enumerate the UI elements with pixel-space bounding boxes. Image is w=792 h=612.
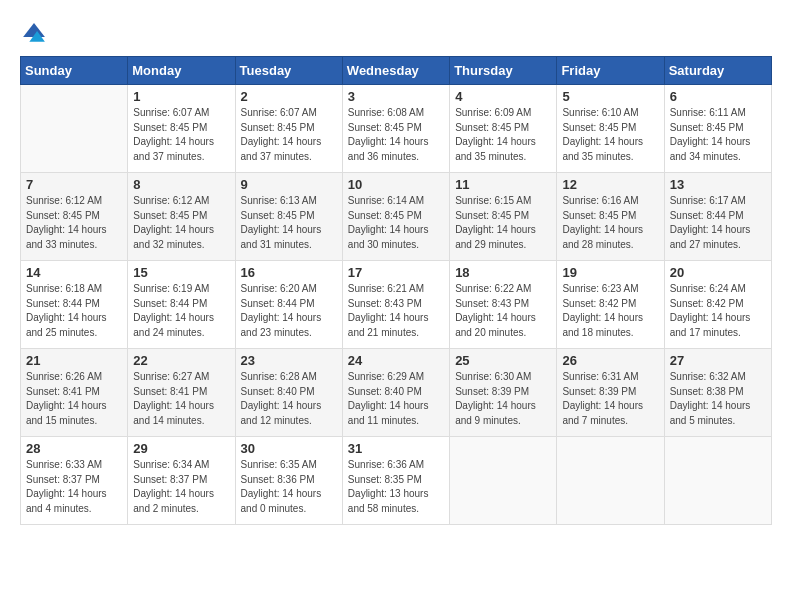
calendar-day-cell: 2Sunrise: 6:07 AMSunset: 8:45 PMDaylight… xyxy=(235,85,342,173)
day-info: Sunrise: 6:08 AMSunset: 8:45 PMDaylight:… xyxy=(348,106,444,164)
calendar-day-cell: 28Sunrise: 6:33 AMSunset: 8:37 PMDayligh… xyxy=(21,437,128,525)
day-number: 14 xyxy=(26,265,122,280)
calendar-day-cell: 26Sunrise: 6:31 AMSunset: 8:39 PMDayligh… xyxy=(557,349,664,437)
day-number: 26 xyxy=(562,353,658,368)
weekday-header-wednesday: Wednesday xyxy=(342,57,449,85)
calendar-day-cell: 23Sunrise: 6:28 AMSunset: 8:40 PMDayligh… xyxy=(235,349,342,437)
calendar-day-cell: 29Sunrise: 6:34 AMSunset: 8:37 PMDayligh… xyxy=(128,437,235,525)
day-number: 9 xyxy=(241,177,337,192)
calendar-day-cell: 17Sunrise: 6:21 AMSunset: 8:43 PMDayligh… xyxy=(342,261,449,349)
calendar-table: SundayMondayTuesdayWednesdayThursdayFrid… xyxy=(20,56,772,525)
day-info: Sunrise: 6:32 AMSunset: 8:38 PMDaylight:… xyxy=(670,370,766,428)
calendar-day-cell: 19Sunrise: 6:23 AMSunset: 8:42 PMDayligh… xyxy=(557,261,664,349)
calendar-day-cell: 14Sunrise: 6:18 AMSunset: 8:44 PMDayligh… xyxy=(21,261,128,349)
day-info: Sunrise: 6:31 AMSunset: 8:39 PMDaylight:… xyxy=(562,370,658,428)
day-number: 28 xyxy=(26,441,122,456)
day-info: Sunrise: 6:20 AMSunset: 8:44 PMDaylight:… xyxy=(241,282,337,340)
day-info: Sunrise: 6:30 AMSunset: 8:39 PMDaylight:… xyxy=(455,370,551,428)
day-info: Sunrise: 6:21 AMSunset: 8:43 PMDaylight:… xyxy=(348,282,444,340)
calendar-day-cell xyxy=(664,437,771,525)
calendar-day-cell: 27Sunrise: 6:32 AMSunset: 8:38 PMDayligh… xyxy=(664,349,771,437)
day-info: Sunrise: 6:26 AMSunset: 8:41 PMDaylight:… xyxy=(26,370,122,428)
day-number: 3 xyxy=(348,89,444,104)
calendar-day-cell: 10Sunrise: 6:14 AMSunset: 8:45 PMDayligh… xyxy=(342,173,449,261)
day-number: 20 xyxy=(670,265,766,280)
day-info: Sunrise: 6:09 AMSunset: 8:45 PMDaylight:… xyxy=(455,106,551,164)
header xyxy=(20,16,772,48)
day-info: Sunrise: 6:27 AMSunset: 8:41 PMDaylight:… xyxy=(133,370,229,428)
calendar-day-cell: 21Sunrise: 6:26 AMSunset: 8:41 PMDayligh… xyxy=(21,349,128,437)
day-number: 12 xyxy=(562,177,658,192)
weekday-header-thursday: Thursday xyxy=(450,57,557,85)
day-info: Sunrise: 6:12 AMSunset: 8:45 PMDaylight:… xyxy=(133,194,229,252)
calendar-day-cell: 24Sunrise: 6:29 AMSunset: 8:40 PMDayligh… xyxy=(342,349,449,437)
day-info: Sunrise: 6:17 AMSunset: 8:44 PMDaylight:… xyxy=(670,194,766,252)
calendar-day-cell: 31Sunrise: 6:36 AMSunset: 8:35 PMDayligh… xyxy=(342,437,449,525)
day-number: 4 xyxy=(455,89,551,104)
day-number: 10 xyxy=(348,177,444,192)
weekday-header-tuesday: Tuesday xyxy=(235,57,342,85)
calendar-day-cell: 20Sunrise: 6:24 AMSunset: 8:42 PMDayligh… xyxy=(664,261,771,349)
day-info: Sunrise: 6:19 AMSunset: 8:44 PMDaylight:… xyxy=(133,282,229,340)
day-info: Sunrise: 6:12 AMSunset: 8:45 PMDaylight:… xyxy=(26,194,122,252)
day-info: Sunrise: 6:14 AMSunset: 8:45 PMDaylight:… xyxy=(348,194,444,252)
day-number: 17 xyxy=(348,265,444,280)
calendar-day-cell: 12Sunrise: 6:16 AMSunset: 8:45 PMDayligh… xyxy=(557,173,664,261)
calendar-day-cell: 18Sunrise: 6:22 AMSunset: 8:43 PMDayligh… xyxy=(450,261,557,349)
day-info: Sunrise: 6:16 AMSunset: 8:45 PMDaylight:… xyxy=(562,194,658,252)
calendar-day-cell: 30Sunrise: 6:35 AMSunset: 8:36 PMDayligh… xyxy=(235,437,342,525)
day-number: 18 xyxy=(455,265,551,280)
calendar-day-cell: 3Sunrise: 6:08 AMSunset: 8:45 PMDaylight… xyxy=(342,85,449,173)
day-number: 1 xyxy=(133,89,229,104)
day-number: 2 xyxy=(241,89,337,104)
calendar-day-cell: 9Sunrise: 6:13 AMSunset: 8:45 PMDaylight… xyxy=(235,173,342,261)
calendar-week-row: 28Sunrise: 6:33 AMSunset: 8:37 PMDayligh… xyxy=(21,437,772,525)
day-info: Sunrise: 6:18 AMSunset: 8:44 PMDaylight:… xyxy=(26,282,122,340)
day-number: 6 xyxy=(670,89,766,104)
logo-icon xyxy=(20,20,48,48)
day-info: Sunrise: 6:07 AMSunset: 8:45 PMDaylight:… xyxy=(241,106,337,164)
calendar-day-cell xyxy=(557,437,664,525)
calendar-day-cell: 7Sunrise: 6:12 AMSunset: 8:45 PMDaylight… xyxy=(21,173,128,261)
day-number: 16 xyxy=(241,265,337,280)
day-info: Sunrise: 6:24 AMSunset: 8:42 PMDaylight:… xyxy=(670,282,766,340)
day-number: 25 xyxy=(455,353,551,368)
calendar-week-row: 7Sunrise: 6:12 AMSunset: 8:45 PMDaylight… xyxy=(21,173,772,261)
day-info: Sunrise: 6:28 AMSunset: 8:40 PMDaylight:… xyxy=(241,370,337,428)
calendar-day-cell: 8Sunrise: 6:12 AMSunset: 8:45 PMDaylight… xyxy=(128,173,235,261)
day-number: 21 xyxy=(26,353,122,368)
day-number: 24 xyxy=(348,353,444,368)
calendar-day-cell xyxy=(21,85,128,173)
calendar-week-row: 1Sunrise: 6:07 AMSunset: 8:45 PMDaylight… xyxy=(21,85,772,173)
calendar-day-cell: 16Sunrise: 6:20 AMSunset: 8:44 PMDayligh… xyxy=(235,261,342,349)
day-number: 29 xyxy=(133,441,229,456)
day-info: Sunrise: 6:15 AMSunset: 8:45 PMDaylight:… xyxy=(455,194,551,252)
calendar-day-cell: 4Sunrise: 6:09 AMSunset: 8:45 PMDaylight… xyxy=(450,85,557,173)
day-info: Sunrise: 6:11 AMSunset: 8:45 PMDaylight:… xyxy=(670,106,766,164)
day-info: Sunrise: 6:07 AMSunset: 8:45 PMDaylight:… xyxy=(133,106,229,164)
calendar-day-cell: 25Sunrise: 6:30 AMSunset: 8:39 PMDayligh… xyxy=(450,349,557,437)
day-number: 30 xyxy=(241,441,337,456)
weekday-header-friday: Friday xyxy=(557,57,664,85)
day-number: 19 xyxy=(562,265,658,280)
day-number: 8 xyxy=(133,177,229,192)
calendar-day-cell: 5Sunrise: 6:10 AMSunset: 8:45 PMDaylight… xyxy=(557,85,664,173)
day-number: 5 xyxy=(562,89,658,104)
weekday-header-row: SundayMondayTuesdayWednesdayThursdayFrid… xyxy=(21,57,772,85)
day-info: Sunrise: 6:36 AMSunset: 8:35 PMDaylight:… xyxy=(348,458,444,516)
day-number: 11 xyxy=(455,177,551,192)
day-number: 22 xyxy=(133,353,229,368)
day-info: Sunrise: 6:22 AMSunset: 8:43 PMDaylight:… xyxy=(455,282,551,340)
weekday-header-saturday: Saturday xyxy=(664,57,771,85)
logo xyxy=(20,20,52,48)
day-info: Sunrise: 6:13 AMSunset: 8:45 PMDaylight:… xyxy=(241,194,337,252)
day-number: 27 xyxy=(670,353,766,368)
calendar-day-cell: 11Sunrise: 6:15 AMSunset: 8:45 PMDayligh… xyxy=(450,173,557,261)
day-info: Sunrise: 6:35 AMSunset: 8:36 PMDaylight:… xyxy=(241,458,337,516)
day-info: Sunrise: 6:23 AMSunset: 8:42 PMDaylight:… xyxy=(562,282,658,340)
page: SundayMondayTuesdayWednesdayThursdayFrid… xyxy=(0,0,792,612)
day-info: Sunrise: 6:34 AMSunset: 8:37 PMDaylight:… xyxy=(133,458,229,516)
day-number: 23 xyxy=(241,353,337,368)
day-info: Sunrise: 6:10 AMSunset: 8:45 PMDaylight:… xyxy=(562,106,658,164)
weekday-header-monday: Monday xyxy=(128,57,235,85)
